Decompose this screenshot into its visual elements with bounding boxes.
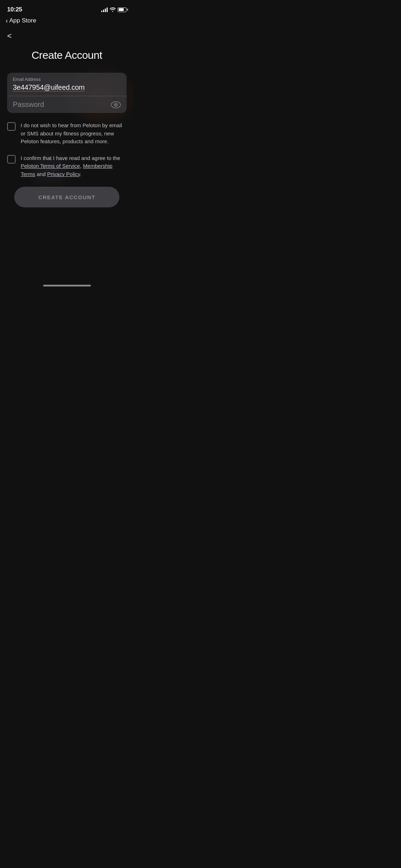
checkbox-1-text: I do not wish to hear from Peloton by em… [21, 122, 127, 146]
privacy-policy-link[interactable]: Privacy Policy [47, 171, 80, 177]
create-account-button[interactable]: CREATE ACCOUNT [14, 187, 119, 207]
status-time: 10:25 [7, 6, 22, 13]
password-toggle-icon[interactable] [111, 101, 121, 108]
checkbox-1[interactable] [7, 122, 16, 131]
battery-fill [119, 8, 124, 11]
email-value: 3e447954@uifeed.com [13, 83, 121, 92]
peloton-tos-link[interactable]: Peloton Terms of Service [21, 163, 80, 169]
email-label: Email Address [13, 77, 121, 82]
app-store-nav[interactable]: ‹ App Store [0, 16, 134, 27]
form-card: Email Address 3e447954@uifeed.com Passwo… [7, 73, 127, 113]
page-title: Create Account [7, 49, 127, 61]
app-store-back-arrow: ‹ [6, 17, 8, 24]
email-field[interactable]: Email Address 3e447954@uifeed.com [7, 73, 127, 96]
battery-icon [118, 7, 127, 12]
checkbox-2-text-mid: , [80, 163, 83, 169]
home-indicator [43, 285, 91, 286]
wifi-icon [110, 7, 115, 12]
email-text: 3e447954@uifeed.com [13, 83, 84, 91]
password-placeholder: Password [13, 100, 44, 109]
back-chevron-button[interactable]: < [7, 31, 12, 40]
signal-icon [101, 7, 108, 12]
back-button-row: < [0, 27, 134, 43]
checkbox-row-2: I confirm that I have read and agree to … [7, 154, 127, 179]
status-icons [101, 7, 127, 12]
checkbox-2-text-before: I confirm that I have read and agree to … [21, 155, 120, 161]
checkbox-2[interactable] [7, 155, 16, 164]
checkboxes-section: I do not wish to hear from Peloton by em… [7, 122, 127, 178]
checkbox-2-text: I confirm that I have read and agree to … [21, 154, 127, 179]
checkbox-2-text-and: and [35, 171, 47, 177]
password-field[interactable]: Password [7, 96, 127, 113]
status-bar: 10:25 [0, 0, 134, 16]
svg-point-2 [115, 104, 117, 105]
checkbox-2-text-end: . [80, 171, 81, 177]
app-store-label: App Store [9, 17, 36, 24]
checkbox-row-1: I do not wish to hear from Peloton by em… [7, 122, 127, 146]
